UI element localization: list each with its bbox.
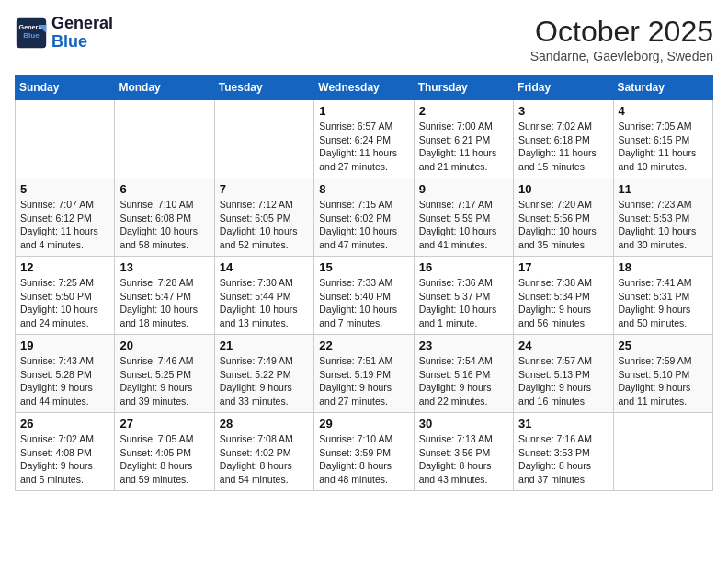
day-info: Sunrise: 7:17 AM Sunset: 5:59 PM Dayligh… (419, 198, 508, 252)
day-info: Sunrise: 7:57 AM Sunset: 5:13 PM Dayligh… (518, 354, 608, 408)
day-number: 19 (20, 339, 109, 352)
calendar-cell: 4Sunrise: 7:05 AM Sunset: 6:15 PM Daylig… (613, 100, 712, 178)
day-number: 31 (518, 417, 608, 431)
location: Sandarne, Gaevleborg, Sweden (530, 49, 713, 63)
calendar-cell: 3Sunrise: 7:02 AM Sunset: 6:18 PM Daylig… (514, 100, 613, 178)
day-info: Sunrise: 7:59 AM Sunset: 5:10 PM Dayligh… (619, 354, 708, 408)
calendar-header-row: SundayMondayTuesdayWednesdayThursdayFrid… (16, 75, 713, 100)
calendar-cell: 7Sunrise: 7:12 AM Sunset: 6:05 PM Daylig… (214, 178, 313, 257)
day-info: Sunrise: 7:54 AM Sunset: 5:16 PM Dayligh… (419, 354, 508, 408)
page-header: General Blue General Blue October 2025 S… (15, 15, 713, 63)
day-number: 11 (619, 182, 708, 196)
calendar-cell: 21Sunrise: 7:49 AM Sunset: 5:22 PM Dayli… (214, 335, 313, 413)
svg-text:Blue: Blue (23, 31, 40, 40)
day-info: Sunrise: 7:49 AM Sunset: 5:22 PM Dayligh… (220, 354, 309, 408)
calendar-cell: 14Sunrise: 7:30 AM Sunset: 5:44 PM Dayli… (214, 257, 313, 335)
calendar-week-row: 5Sunrise: 7:07 AM Sunset: 6:12 PM Daylig… (16, 178, 713, 257)
day-number: 1 (319, 104, 408, 118)
calendar-week-row: 1Sunrise: 6:57 AM Sunset: 6:24 PM Daylig… (16, 100, 713, 178)
calendar-cell: 26Sunrise: 7:02 AM Sunset: 4:08 PM Dayli… (16, 413, 115, 491)
calendar-cell: 6Sunrise: 7:10 AM Sunset: 6:08 PM Daylig… (115, 178, 214, 257)
day-number: 24 (518, 339, 608, 352)
day-number: 4 (619, 104, 708, 118)
calendar-cell: 13Sunrise: 7:28 AM Sunset: 5:47 PM Dayli… (115, 257, 214, 335)
day-info: Sunrise: 7:20 AM Sunset: 5:56 PM Dayligh… (518, 198, 608, 252)
day-number: 7 (220, 182, 309, 196)
day-info: Sunrise: 7:16 AM Sunset: 3:53 PM Dayligh… (518, 432, 608, 487)
day-info: Sunrise: 6:57 AM Sunset: 6:24 PM Dayligh… (319, 120, 408, 174)
calendar-table: SundayMondayTuesdayWednesdayThursdayFrid… (15, 75, 713, 491)
day-info: Sunrise: 7:07 AM Sunset: 6:12 PM Dayligh… (20, 198, 109, 252)
title-block: October 2025 Sandarne, Gaevleborg, Swede… (530, 15, 713, 63)
day-info: Sunrise: 7:10 AM Sunset: 3:59 PM Dayligh… (319, 432, 408, 487)
calendar-cell: 1Sunrise: 6:57 AM Sunset: 6:24 PM Daylig… (314, 100, 414, 178)
day-info: Sunrise: 7:02 AM Sunset: 4:08 PM Dayligh… (20, 432, 109, 487)
day-info: Sunrise: 7:38 AM Sunset: 5:34 PM Dayligh… (518, 276, 608, 330)
day-number: 8 (319, 182, 408, 196)
calendar-cell (613, 413, 712, 491)
day-info: Sunrise: 7:08 AM Sunset: 4:02 PM Dayligh… (220, 432, 309, 487)
day-number: 17 (518, 260, 608, 274)
day-number: 18 (619, 260, 708, 274)
calendar-cell (115, 100, 214, 178)
calendar-cell: 31Sunrise: 7:16 AM Sunset: 3:53 PM Dayli… (514, 413, 613, 491)
logo-general: General (51, 15, 113, 33)
day-info: Sunrise: 7:25 AM Sunset: 5:50 PM Dayligh… (20, 276, 109, 330)
calendar-cell: 2Sunrise: 7:00 AM Sunset: 6:21 PM Daylig… (414, 100, 513, 178)
day-info: Sunrise: 7:28 AM Sunset: 5:47 PM Dayligh… (119, 276, 209, 330)
calendar-week-row: 19Sunrise: 7:43 AM Sunset: 5:28 PM Dayli… (16, 335, 713, 413)
day-info: Sunrise: 7:05 AM Sunset: 6:15 PM Dayligh… (619, 120, 708, 174)
weekday-header: Wednesday (314, 75, 414, 100)
calendar-cell: 9Sunrise: 7:17 AM Sunset: 5:59 PM Daylig… (414, 178, 513, 257)
day-info: Sunrise: 7:46 AM Sunset: 5:25 PM Dayligh… (119, 354, 209, 408)
day-info: Sunrise: 7:36 AM Sunset: 5:37 PM Dayligh… (419, 276, 508, 330)
day-number: 23 (419, 339, 508, 352)
day-info: Sunrise: 7:30 AM Sunset: 5:44 PM Dayligh… (220, 276, 309, 330)
day-number: 12 (20, 260, 109, 274)
day-number: 21 (220, 339, 309, 352)
day-number: 14 (220, 260, 309, 274)
logo-blue: Blue (51, 33, 113, 52)
day-info: Sunrise: 7:13 AM Sunset: 3:56 PM Dayligh… (419, 432, 508, 487)
calendar-cell: 23Sunrise: 7:54 AM Sunset: 5:16 PM Dayli… (414, 335, 513, 413)
calendar-cell: 20Sunrise: 7:46 AM Sunset: 5:25 PM Dayli… (115, 335, 214, 413)
weekday-header: Saturday (613, 75, 712, 100)
month-title: October 2025 (530, 15, 713, 49)
day-number: 28 (220, 417, 309, 431)
calendar-cell: 24Sunrise: 7:57 AM Sunset: 5:13 PM Dayli… (514, 335, 613, 413)
calendar-cell: 18Sunrise: 7:41 AM Sunset: 5:31 PM Dayli… (613, 257, 712, 335)
calendar-cell: 11Sunrise: 7:23 AM Sunset: 5:53 PM Dayli… (613, 178, 712, 257)
calendar-cell: 8Sunrise: 7:15 AM Sunset: 6:02 PM Daylig… (314, 178, 414, 257)
day-info: Sunrise: 7:23 AM Sunset: 5:53 PM Dayligh… (619, 198, 708, 252)
calendar-cell: 15Sunrise: 7:33 AM Sunset: 5:40 PM Dayli… (314, 257, 414, 335)
day-info: Sunrise: 7:33 AM Sunset: 5:40 PM Dayligh… (319, 276, 408, 330)
day-info: Sunrise: 7:43 AM Sunset: 5:28 PM Dayligh… (20, 354, 109, 408)
calendar-week-row: 26Sunrise: 7:02 AM Sunset: 4:08 PM Dayli… (16, 413, 713, 491)
day-number: 26 (20, 417, 109, 431)
day-number: 2 (419, 104, 508, 118)
logo: General Blue General Blue (15, 15, 113, 52)
day-number: 16 (419, 260, 508, 274)
weekday-header: Tuesday (214, 75, 313, 100)
weekday-header: Friday (514, 75, 613, 100)
calendar-cell: 19Sunrise: 7:43 AM Sunset: 5:28 PM Dayli… (16, 335, 115, 413)
day-info: Sunrise: 7:41 AM Sunset: 5:31 PM Dayligh… (619, 276, 708, 330)
day-info: Sunrise: 7:12 AM Sunset: 6:05 PM Dayligh… (220, 198, 309, 252)
calendar-week-row: 12Sunrise: 7:25 AM Sunset: 5:50 PM Dayli… (16, 257, 713, 335)
calendar-cell: 28Sunrise: 7:08 AM Sunset: 4:02 PM Dayli… (214, 413, 313, 491)
day-number: 3 (518, 104, 608, 118)
day-info: Sunrise: 7:10 AM Sunset: 6:08 PM Dayligh… (119, 198, 209, 252)
day-number: 30 (419, 417, 508, 431)
weekday-header: Monday (115, 75, 214, 100)
calendar-cell (214, 100, 313, 178)
day-number: 22 (319, 339, 408, 352)
day-number: 25 (619, 339, 708, 352)
calendar-cell: 25Sunrise: 7:59 AM Sunset: 5:10 PM Dayli… (613, 335, 712, 413)
day-number: 6 (119, 182, 209, 196)
day-info: Sunrise: 7:00 AM Sunset: 6:21 PM Dayligh… (419, 120, 508, 174)
calendar-cell: 29Sunrise: 7:10 AM Sunset: 3:59 PM Dayli… (314, 413, 414, 491)
calendar-cell: 16Sunrise: 7:36 AM Sunset: 5:37 PM Dayli… (414, 257, 513, 335)
calendar-cell: 27Sunrise: 7:05 AM Sunset: 4:05 PM Dayli… (115, 413, 214, 491)
day-number: 9 (419, 182, 508, 196)
calendar-cell: 22Sunrise: 7:51 AM Sunset: 5:19 PM Dayli… (314, 335, 414, 413)
